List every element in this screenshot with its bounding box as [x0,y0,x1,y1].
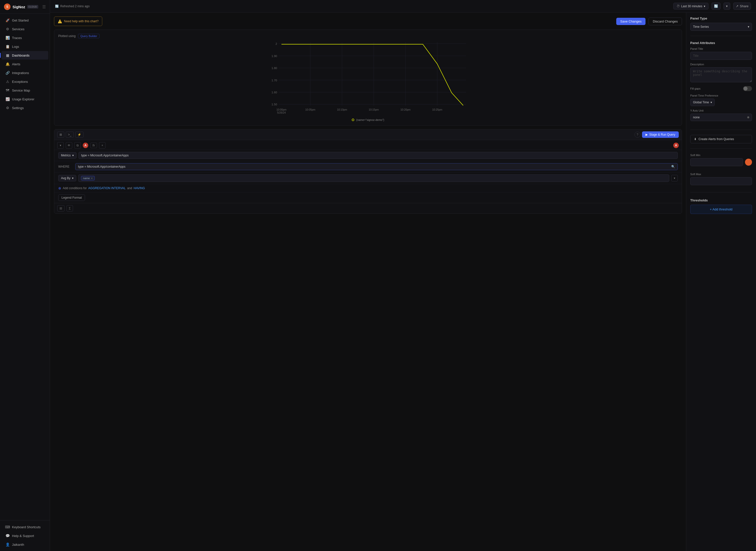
share-button[interactable]: ↗ Share [733,3,751,10]
help-query-btn[interactable]: ? [635,132,641,138]
sidebar-item-label-service-map: Service Map [12,89,30,92]
soft-max-input[interactable] [690,177,752,185]
metrics-select[interactable]: Metrics ▾ [58,152,77,159]
panel-title-input[interactable] [690,52,752,60]
sidebar-item-help[interactable]: 💬 Help & Support [1,531,48,540]
sidebar-footer-label-user: Jaikanth [12,543,24,546]
table-icon-btn[interactable]: ⊞ [57,205,65,211]
services-icon: ⚙ [5,27,9,31]
refresh-icon: 🔄 [55,5,59,8]
help-banner: ⚠️ Need help with this chart? [54,17,102,26]
chart-legend: {name="signoz-demo"} [58,118,678,121]
sum-icon-btn[interactable]: Σ [67,205,73,211]
add-query-btn[interactable]: + [99,142,105,149]
function-btn[interactable]: fx [90,143,97,148]
soft-min-input[interactable] [690,158,743,166]
usage-explorer-icon: 📈 [5,97,9,101]
svg-text:10:15pm: 10:15pm [369,108,379,111]
sidebar-collapse-icon[interactable]: ☰ [42,5,46,9]
query-label-a: A [83,143,88,148]
where-input[interactable]: type = Microsoft.App/containerApps 🔍 [75,163,678,170]
create-alert-button[interactable]: ⬇ Create Alerts from Queries [690,135,752,143]
sidebar-item-label-logs: Logs [12,45,19,49]
conditions-text: Add conditions for [63,186,87,190]
sidebar-item-services[interactable]: ⚙ Services [1,25,48,33]
fill-gaps-toggle[interactable] [743,86,752,91]
time-range-selector[interactable]: ⏱ Last 30 minutes ▾ [673,3,709,10]
y-axis-row[interactable]: none [690,114,752,121]
plotted-label: Plotted using [58,34,75,38]
panel-type-select[interactable]: Time Series ▾ [690,23,752,31]
tag-remove-icon[interactable]: ✕ [91,177,93,180]
metrics-row: Metrics ▾ type = Microsoft.App/container… [54,150,682,161]
query-editor-footer: ⊞ Σ [54,203,682,213]
sidebar-item-service-map[interactable]: 🗺 Service Map [1,86,48,95]
svg-text:10:20pm: 10:20pm [401,108,411,111]
eye-btn[interactable]: 👁 [66,142,72,149]
plus-circle-icon: ⊕ [58,186,61,190]
metrics-label: Metrics [61,154,71,157]
time-preference-select[interactable]: Global Time ▾ [690,99,715,106]
description-textarea[interactable] [690,67,752,82]
more-options-button[interactable]: ▾ [723,3,730,10]
share-label: Share [740,4,749,8]
main-content: 🔄 Refreshed 2 mins ago ⏱ Last 30 minutes… [50,0,756,551]
and-text: and [127,186,132,190]
time-preference-value: Global Time [693,101,709,104]
where-row: WHERE type = Microsoft.App/containerApps… [54,161,682,172]
copy-btn[interactable]: ⧉ [74,142,81,149]
sidebar-item-dashboards[interactable]: ▦ Dashboards [1,51,48,60]
having-link[interactable]: HAVING [133,186,145,190]
lightning-btn[interactable]: ⚡ [75,132,83,138]
chevron-down-icon: ▾ [704,5,705,8]
aggregation-interval-link[interactable]: AGGREGATION INTERVAL [88,186,125,190]
conditions-row: ⊕ Add conditions for AGGREGATION INTERVA… [54,184,682,192]
play-icon: ▶ [645,133,648,136]
soft-min-indicator [745,159,752,166]
query-builder-badge: Query Builder [78,34,99,38]
time-pref-chevron-icon: ▾ [711,101,712,104]
svg-text:2: 2 [275,42,277,45]
sidebar-item-traces[interactable]: 📊 Traces [1,34,48,42]
time-preference-label: Panel Time Preference [690,94,752,97]
refresh-text: Refreshed 2 mins ago [60,5,89,8]
divider-1 [690,36,752,36]
add-threshold-button[interactable]: + Add threshold [690,205,752,214]
sidebar-item-label-exceptions: Exceptions [12,80,28,84]
sidebar-item-get-started[interactable]: 🚀 Get Started [1,16,48,25]
sidebar-footer: ⌨ Keyboard Shortcuts 💬 Help & Support 👤 … [0,520,50,551]
exceptions-icon: ⚠ [5,80,9,84]
sidebar-nav: 🚀 Get Started ⚙ Services 📊 Traces 📋 Logs… [0,14,50,520]
svg-text:10:25pm: 10:25pm [432,108,442,111]
soft-max-label: Soft Max [690,173,752,176]
sidebar-item-alerts[interactable]: 🔔 Alerts [1,60,48,68]
thresholds-section: Thresholds + Add threshold [690,198,752,214]
svg-text:1.50: 1.50 [271,103,277,106]
sidebar-item-keyboard-shortcuts[interactable]: ⌨ Keyboard Shortcuts [1,523,48,531]
panel-type-value: Time Series [693,25,709,29]
discard-changes-button[interactable]: Discard Changes [649,18,682,25]
sidebar-item-user[interactable]: 👤 Jaikanth [1,540,48,549]
metrics-value-field[interactable]: type = Microsoft.App/containerApps [79,152,678,159]
avg-by-expand-btn[interactable]: ▾ [671,175,678,181]
keyboard-shortcuts-icon: ⌨ [5,525,9,529]
sidebar-item-exceptions[interactable]: ⚠ Exceptions [1,77,48,86]
chart-header: Plotted using Query Builder [58,34,678,38]
sidebar-item-usage-explorer[interactable]: 📈 Usage Explorer [1,95,48,103]
sidebar-item-integrations[interactable]: 🔗 Integrations [1,69,48,77]
stage-run-button[interactable]: ▶ Stage & Run Query [642,131,679,138]
sidebar-footer-label-keyboard: Keyboard Shortcuts [12,525,41,529]
save-changes-button[interactable]: Save Changes [616,18,645,25]
refresh-button[interactable]: 🔄 [711,3,721,10]
sidebar-item-logs[interactable]: 📋 Logs [1,42,48,51]
panel-title-label: Panel Title [690,47,752,50]
sidebar-item-settings[interactable]: ⚙ Settings [1,104,48,112]
chevron-down-btn[interactable]: ▾ [57,142,64,149]
fill-gaps-row: Fill gaps [690,86,752,91]
filter-btn[interactable]: ⊞ [57,132,64,138]
avg-by-select[interactable]: Avg By ▾ [58,175,76,181]
legend-format-button[interactable]: Legend Format [58,194,85,201]
avg-by-tags-container[interactable]: name ✕ [78,174,669,182]
terminal-btn[interactable]: >_ [66,132,74,138]
avg-by-tag-name: name ✕ [81,176,95,180]
